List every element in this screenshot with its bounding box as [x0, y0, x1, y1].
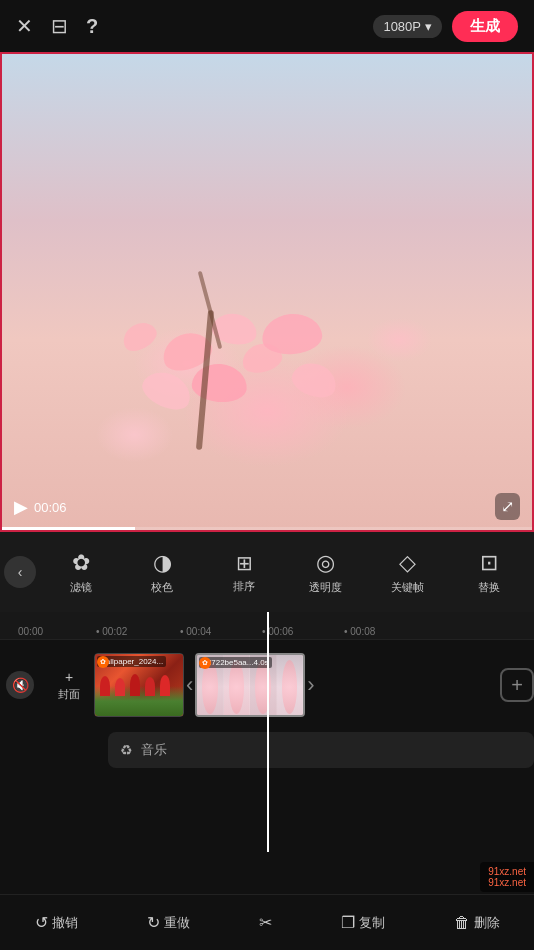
- music-track[interactable]: ♻ 音乐: [108, 732, 534, 768]
- tools-list: ✿ 滤镜 ◑ 校色 ⊞ 排序 ◎ 透明度 ◇ 关键帧 ⊡ 替换: [40, 550, 530, 595]
- color-label: 校色: [151, 580, 173, 595]
- opacity-label: 透明度: [309, 580, 342, 595]
- tool-sort[interactable]: ⊞ 排序: [219, 551, 269, 594]
- sort-icon: ⊞: [236, 551, 253, 575]
- tool-opacity[interactable]: ◎ 透明度: [301, 550, 351, 595]
- resolution-button[interactable]: 1080P ▾: [373, 15, 442, 38]
- timeline-wrapper: 00:00 • 00:02 • 00:04 • 00:06 • 00:08 🔇 …: [0, 612, 534, 852]
- save-icon[interactable]: ⊟: [51, 14, 68, 38]
- redo-button[interactable]: ↻ 重做: [147, 913, 190, 932]
- replace-label: 替换: [478, 580, 500, 595]
- progress-bar[interactable]: [2, 527, 532, 530]
- opacity-icon: ◎: [316, 550, 335, 576]
- delete-label: 删除: [474, 914, 500, 932]
- clip-1[interactable]: wallpaper_2024... ✿: [94, 653, 184, 717]
- tool-color[interactable]: ◑ 校色: [137, 550, 187, 595]
- keyframe-icon: ◇: [399, 550, 416, 576]
- help-icon[interactable]: ?: [86, 15, 98, 38]
- keyframe-label: 关键帧: [391, 580, 424, 595]
- undo-icon: ↺: [35, 913, 48, 932]
- close-icon[interactable]: ✕: [16, 14, 33, 38]
- clips-strip: wallpaper_2024... ✿ ‹ 5d722be5aa...4.0s …: [94, 650, 492, 720]
- watermark-line2: 91xz.net: [488, 877, 526, 888]
- music-icon: ♻: [120, 742, 133, 758]
- topbar-left: ✕ ⊟ ?: [16, 14, 98, 38]
- time-display: 00:06: [34, 500, 67, 515]
- bottom-toolbar: ↺ 撤销 ↻ 重做 ✂ ❐ 复制 🗑 删除: [0, 894, 534, 950]
- track-row: 🔇 + 封面 wallpaper_2024... ✿: [0, 640, 534, 730]
- clip-right-bracket[interactable]: ›: [305, 672, 316, 698]
- copy-label: 复制: [359, 914, 385, 932]
- generate-button[interactable]: 生成: [452, 11, 518, 42]
- back-tool-button[interactable]: ‹: [4, 556, 36, 588]
- copy-button[interactable]: ❐ 复制: [341, 913, 385, 932]
- progress-fill: [2, 527, 135, 530]
- watermark-line1: 91xz.net: [488, 866, 526, 877]
- cover-button[interactable]: + 封面: [44, 669, 94, 702]
- tool-filter[interactable]: ✿ 滤镜: [56, 550, 106, 595]
- tool-replace[interactable]: ⊡ 替换: [464, 550, 514, 595]
- cover-plus-icon: +: [65, 669, 73, 685]
- redo-icon: ↻: [147, 913, 160, 932]
- filter-icon: ✿: [72, 550, 90, 576]
- tool-keyframe[interactable]: ◇ 关键帧: [382, 550, 432, 595]
- replace-icon: ⊡: [480, 550, 498, 576]
- cut-button[interactable]: ✂: [259, 913, 272, 932]
- color-icon: ◑: [153, 550, 172, 576]
- cover-label: 封面: [58, 687, 80, 702]
- undo-label: 撤销: [52, 914, 78, 932]
- play-icon: ▶: [14, 496, 28, 518]
- clip-left-bracket[interactable]: ‹: [184, 672, 195, 698]
- sort-label: 排序: [233, 579, 255, 594]
- tools-bar: ‹ ✿ 滤镜 ◑ 校色 ⊞ 排序 ◎ 透明度 ◇ 关键帧 ⊡ 替换: [0, 532, 534, 612]
- delete-button[interactable]: 🗑 删除: [454, 914, 500, 932]
- add-clip-button[interactable]: +: [500, 668, 534, 702]
- cut-icon: ✂: [259, 913, 272, 932]
- fullscreen-button[interactable]: ⤢: [495, 493, 520, 520]
- play-button[interactable]: ▶ 00:06: [14, 496, 67, 518]
- delete-icon: 🗑: [454, 914, 470, 932]
- video-preview: ▶ 00:06 ⤢: [0, 52, 534, 532]
- time-ruler[interactable]: 00:00 • 00:02 • 00:04 • 00:06 • 00:08: [0, 612, 534, 640]
- music-label: 音乐: [141, 741, 167, 759]
- undo-button[interactable]: ↺ 撤销: [35, 913, 78, 932]
- redo-label: 重做: [164, 914, 190, 932]
- watermark: 91xz.net 91xz.net: [480, 862, 534, 892]
- topbar: ✕ ⊟ ? 1080P ▾ 生成: [0, 0, 534, 52]
- audio-toggle-button[interactable]: 🔇: [6, 671, 34, 699]
- clip-2[interactable]: 5d722be5aa...4.0s ✿: [195, 653, 305, 717]
- copy-icon: ❐: [341, 913, 355, 932]
- filter-label: 滤镜: [70, 580, 92, 595]
